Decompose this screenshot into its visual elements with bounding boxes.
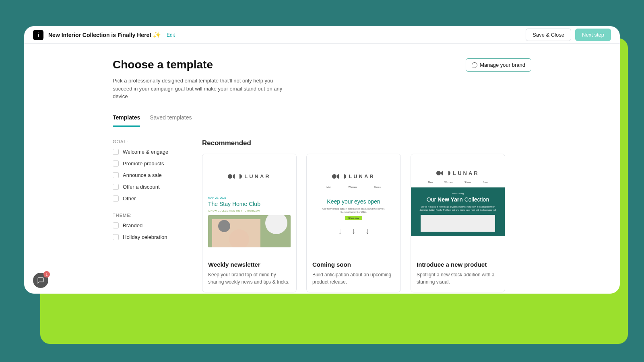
manage-brand-button[interactable]: Manage your brand <box>466 58 531 72</box>
page-title: Choose a template <box>113 58 290 71</box>
checkbox-icon <box>113 234 119 240</box>
preview-cta: Shop now <box>345 216 362 220</box>
template-preview: LUNAR Men Women Shoes Keep your eyes ope… <box>307 154 400 255</box>
preview-subline: A NEW COLLECTION ON THE HORIZON <box>208 210 296 212</box>
arrow-down-icon: ↓ <box>352 226 356 236</box>
checkbox-icon <box>113 172 119 178</box>
filter-label: Holiday celebration <box>123 234 167 240</box>
template-preview: LUNAR Men Women Shoes Sale Introducing O… <box>411 154 505 255</box>
app-window: i New Interior Collection is Finally Her… <box>24 26 620 294</box>
filter-announce-sale[interactable]: Announce a sale <box>113 172 185 178</box>
edit-link[interactable]: Edit <box>167 32 175 38</box>
filter-label: Welcome & engage <box>123 149 168 155</box>
template-preview: LUNAR MAR 26, 2025 The Stay Home Club A … <box>202 154 296 255</box>
preview-headline: Keep your eyes open <box>307 198 400 205</box>
filter-label: Offer a discount <box>123 184 160 190</box>
arrow-down-icon: ↓ <box>365 226 369 236</box>
template-grid: Recommended LUNAR MAR 26, 2025 The Stay … <box>202 139 531 292</box>
page-subtitle: Pick a professionally designed email tem… <box>113 77 290 101</box>
filter-heading-theme: THEME: <box>113 213 185 218</box>
filter-other[interactable]: Other <box>113 195 185 202</box>
app-logo: i <box>33 30 43 40</box>
template-card-title: Coming soon <box>312 261 395 268</box>
preview-brand-logo: LUNAR <box>307 154 400 184</box>
filter-label: Other <box>123 195 136 202</box>
template-card-title: Weekly newsletter <box>208 261 291 268</box>
sparkle-icon: ✨ <box>153 31 161 39</box>
checkbox-icon <box>113 222 119 228</box>
preview-arrows: ↓ ↓ ↓ <box>307 226 400 236</box>
template-card-desc: Build anticipation about an upcoming pro… <box>312 271 395 286</box>
chat-icon <box>37 277 44 284</box>
preview-image <box>208 215 291 247</box>
manage-brand-label: Manage your brand <box>480 62 525 68</box>
preview-brand-logo: LUNAR <box>411 154 505 179</box>
template-card-introduce-product[interactable]: LUNAR Men Women Shoes Sale Introducing O… <box>411 154 505 292</box>
filter-welcome-engage[interactable]: Welcome & engage <box>113 149 185 155</box>
filter-label: Branded <box>123 222 142 228</box>
filter-promote-products[interactable]: Promote products <box>113 160 185 167</box>
checkbox-icon <box>113 184 119 190</box>
preview-nav: Men Women Shoes Sale <box>417 179 499 185</box>
preview-image <box>421 215 495 232</box>
preview-date: MAR 26, 2025 <box>208 196 296 199</box>
filter-offer-discount[interactable]: Offer a discount <box>113 184 185 190</box>
chat-button[interactable]: 1 <box>33 273 48 288</box>
save-close-button[interactable]: Save & Close <box>526 29 571 41</box>
template-card-desc: Keep your brand top-of-mind by sharing w… <box>208 271 291 286</box>
tab-templates[interactable]: Templates <box>113 114 140 127</box>
preview-nav: Men Women Shoes <box>312 184 395 190</box>
filter-label: Promote products <box>123 160 164 167</box>
filter-label: Announce a sale <box>123 172 162 178</box>
campaign-title: New Interior Collection is Finally Here! <box>48 32 151 38</box>
checkbox-icon <box>113 160 119 167</box>
section-title-recommended: Recommended <box>202 139 531 147</box>
chat-badge: 1 <box>43 271 50 278</box>
filter-heading-goal: GOAL: <box>113 139 185 144</box>
main-content: Choose a template Pick a professionally … <box>24 44 620 292</box>
template-card-desc: Spotlight a new stock addition with a st… <box>417 271 499 286</box>
checkbox-icon <box>113 149 119 155</box>
tab-saved-templates[interactable]: Saved templates <box>150 114 192 127</box>
checkbox-icon <box>113 195 119 202</box>
preview-hero: Introducing Our New Yarn Collection We'v… <box>411 187 505 236</box>
arrow-down-icon: ↓ <box>338 226 342 236</box>
template-card-title: Introduce a new product <box>417 261 499 268</box>
preview-brand-logo: LUNAR <box>202 154 296 184</box>
tabs: Templates Saved templates <box>113 114 531 127</box>
template-card-coming-soon[interactable]: LUNAR Men Women Shoes Keep your eyes ope… <box>306 154 401 292</box>
palette-icon <box>472 62 477 68</box>
preview-subline: Our new limited edition collection is ju… <box>307 207 400 214</box>
filter-branded[interactable]: Branded <box>113 222 185 228</box>
top-bar: i New Interior Collection is Finally Her… <box>24 26 620 44</box>
template-card-weekly-newsletter[interactable]: LUNAR MAR 26, 2025 The Stay Home Club A … <box>202 154 297 292</box>
filters-sidebar: GOAL: Welcome & engage Promote products … <box>113 139 185 292</box>
next-step-button[interactable]: Next step <box>575 29 611 41</box>
preview-headline: The Stay Home Club <box>208 201 296 207</box>
filter-holiday[interactable]: Holiday celebration <box>113 234 185 240</box>
